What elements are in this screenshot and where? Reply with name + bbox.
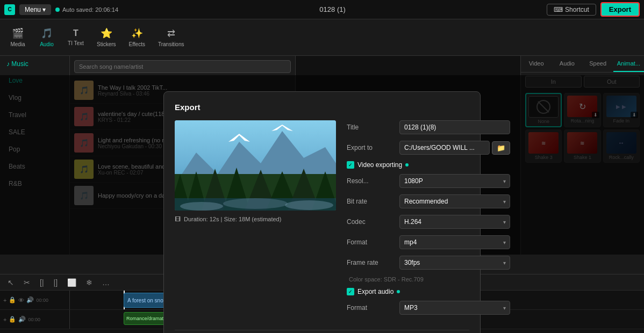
preview-footer: 🎞 Duration: 12s | Size: 18M (estimated): [175, 216, 336, 222]
modal-overlay: Export: [0, 75, 644, 255]
codec-select[interactable]: H.264 H.265: [399, 215, 510, 229]
effects-icon: ✨: [131, 27, 143, 39]
bitrate-wrapper: Recommended High Low ▾: [399, 194, 510, 208]
tab-animate[interactable]: Animat...: [613, 56, 644, 72]
logo-icon: C: [4, 4, 15, 15]
svg-rect-18: [175, 198, 336, 211]
color-space-text: Color space: SDR - Rec.709: [347, 276, 510, 283]
format-row: Format mp4 mov avi ▾: [347, 235, 510, 249]
toolbar-media-label: Media: [10, 41, 25, 47]
delete-tool[interactable]: ⬜: [64, 277, 80, 288]
toolbar-item-stickers[interactable]: ⭐ Stickers: [91, 24, 121, 50]
track-mute-btn-audio[interactable]: 🔊: [18, 316, 26, 323]
track-time-label: 00:00: [36, 298, 48, 303]
topbar: C Menu ▾ Auto saved: 20:06:14 0128 (1) ⌨…: [0, 0, 644, 19]
video-exporting-label: Video exporting: [357, 161, 402, 169]
video-exporting-header: ✓ Video exporting: [347, 161, 510, 169]
toolbar-stickers-label: Stickers: [97, 41, 116, 47]
tab-video[interactable]: Video: [521, 56, 552, 72]
modal-preview: 🎞 Duration: 12s | Size: 18M (estimated): [175, 120, 336, 321]
framerate-select[interactable]: 30fps 24fps 60fps: [399, 256, 510, 270]
modal-body: 🎞 Duration: 12s | Size: 18M (estimated) …: [175, 120, 469, 321]
freeze-tool[interactable]: ❄: [83, 277, 96, 288]
bitrate-select[interactable]: Recommended High Low: [399, 194, 510, 208]
audio-format-wrapper: MP3 AAC WAV ▾: [399, 301, 510, 315]
track-lock-btn-audio[interactable]: 🔒: [9, 316, 16, 323]
cursor-tool[interactable]: ↖: [4, 277, 17, 288]
bitrate-row: Bit rate Recommended High Low ▾: [347, 194, 510, 208]
title-input[interactable]: [399, 120, 510, 134]
logo: C: [4, 4, 15, 15]
tab-speed[interactable]: Speed: [583, 56, 613, 72]
modal-footer: 🎞 Duration: 12s | Size: 18M (estimated) …: [175, 330, 469, 333]
track-audio-button[interactable]: 🔊: [26, 296, 34, 303]
track-controls-audio: + 🔒 🔊 00:00: [0, 310, 70, 329]
export-path-input[interactable]: [399, 141, 490, 155]
audio-format-label: Format: [347, 304, 395, 312]
export-to-row: Export to 📁: [347, 141, 510, 155]
track-controls-video: + 🔒 👁 🔊 00:00: [0, 291, 70, 309]
modal-settings: Title Export to 📁 ✓ Video ex: [347, 120, 510, 321]
trim-right-tool[interactable]: |]: [51, 277, 61, 288]
toolbar-transitions-label: Transitions: [158, 41, 184, 47]
codec-label: Codec: [347, 218, 395, 226]
folder-button[interactable]: 📁: [492, 141, 510, 155]
track-lock-button[interactable]: 🔒: [9, 296, 16, 303]
search-input[interactable]: [74, 60, 291, 73]
project-name: 0128 (1): [319, 5, 345, 13]
codec-row: Codec H.264 H.265 ▾: [347, 215, 510, 229]
media-icon: 🎬: [12, 27, 24, 39]
transitions-icon: ⇄: [167, 27, 175, 39]
more-tool[interactable]: …: [99, 277, 113, 288]
audio-track-time: 00:00: [28, 317, 40, 322]
toolbar-audio-label: Audio: [40, 41, 54, 47]
topbar-right: ⌨ Shortcut Export: [547, 2, 640, 17]
video-indicator: [405, 163, 409, 166]
toolbar-item-media[interactable]: 🎬 Media: [4, 24, 31, 50]
film-icon: 🎞: [175, 216, 181, 222]
auto-saved-dot: [55, 8, 60, 12]
title-row: Title: [347, 120, 510, 134]
format-label: Format: [347, 238, 395, 246]
auto-saved-status: Auto saved: 20:06:14: [55, 6, 118, 13]
toolbar-item-audio[interactable]: 🎵 Audio: [33, 24, 60, 50]
audio-format-select[interactable]: MP3 AAC WAV: [399, 301, 510, 315]
modal-title: Export: [175, 103, 469, 112]
framerate-label: Frame rate: [347, 259, 395, 266]
export-to-label: Export to: [347, 144, 395, 151]
audio-checkbox[interactable]: ✓: [347, 288, 354, 295]
audio-format-row: Format MP3 AAC WAV ▾: [347, 301, 510, 315]
split-tool[interactable]: ✂: [20, 277, 33, 288]
toolbar-text-label: TI Text: [68, 40, 84, 46]
tab-audio[interactable]: Audio: [552, 56, 582, 72]
right-tabs: Video Audio Speed Animat...: [521, 56, 644, 73]
track-add-button[interactable]: +: [3, 297, 6, 303]
format-select[interactable]: mp4 mov avi: [399, 235, 510, 249]
framerate-wrapper: 30fps 24fps 60fps ▾: [399, 256, 510, 270]
track-eye-button[interactable]: 👁: [18, 297, 24, 303]
preview-image: [175, 120, 336, 211]
audio-icon: 🎵: [41, 27, 53, 39]
export-top-button[interactable]: Export: [600, 2, 640, 17]
toolbar-item-text[interactable]: T TI Text: [62, 25, 89, 49]
video-checkbox[interactable]: ✓: [347, 161, 354, 169]
text-icon: T: [73, 28, 78, 38]
resolution-wrapper: 1080P 720P 4K ▾: [399, 174, 510, 188]
audio-exporting-header: ✓ Export audio: [347, 288, 510, 295]
search-bar: [70, 56, 295, 77]
menu-button[interactable]: Menu ▾: [19, 4, 51, 15]
shortcut-button[interactable]: ⌨ Shortcut: [547, 4, 596, 16]
duration-info: Duration: 12s | Size: 18M (estimated): [184, 216, 281, 222]
resolution-select[interactable]: 1080P 720P 4K: [399, 174, 510, 188]
export-modal: Export: [163, 91, 481, 333]
resolution-row: Resol... 1080P 720P 4K ▾: [347, 174, 510, 188]
track-add-btn-audio[interactable]: +: [3, 316, 6, 323]
trim-left-tool[interactable]: [|: [37, 277, 47, 288]
music-header: ♪ Music: [0, 56, 69, 72]
stickers-icon: ⭐: [101, 27, 112, 39]
format-wrapper: mp4 mov avi ▾: [399, 235, 510, 249]
toolbar-item-transitions[interactable]: ⇄ Transitions: [153, 24, 190, 50]
codec-wrapper: H.264 H.265 ▾: [399, 215, 510, 229]
topbar-left: C Menu ▾ Auto saved: 20:06:14: [4, 4, 118, 15]
toolbar-item-effects[interactable]: ✨ Effects: [124, 24, 151, 50]
